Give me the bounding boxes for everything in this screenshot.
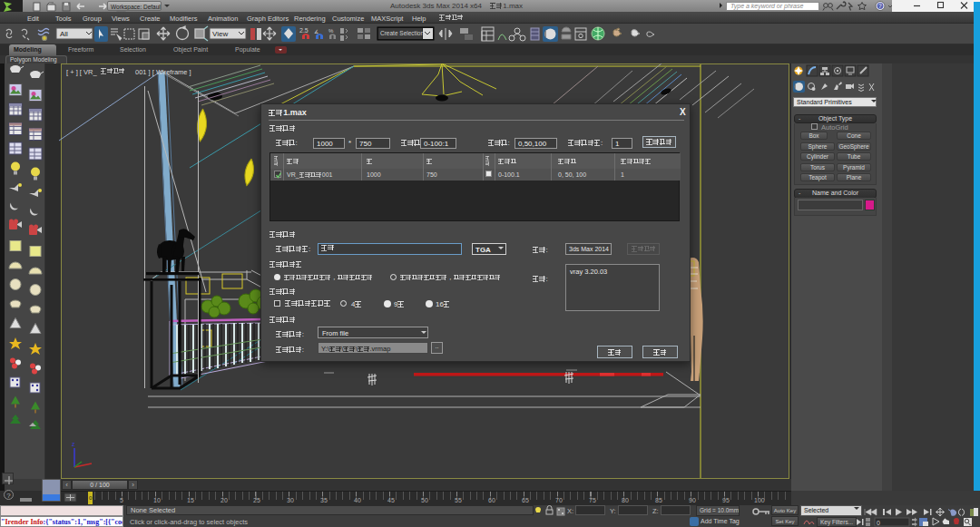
svg-text:?: ? (878, 3, 882, 9)
svg-text:∡: ∡ (314, 29, 318, 34)
svg-text:%: % (328, 28, 334, 34)
svg-text:View: View (212, 30, 228, 38)
svg-text:All: All (60, 30, 68, 38)
svg-text:0: 0 (877, 520, 880, 526)
svg-text:[ + ] [ VR_: [ + ] [ VR_ (66, 68, 97, 76)
svg-text:001 ] [ Wireframe ]: 001 ] [ Wireframe ] (135, 68, 191, 76)
svg-text:z: z (72, 441, 75, 447)
svg-text:2.5: 2.5 (299, 27, 309, 34)
